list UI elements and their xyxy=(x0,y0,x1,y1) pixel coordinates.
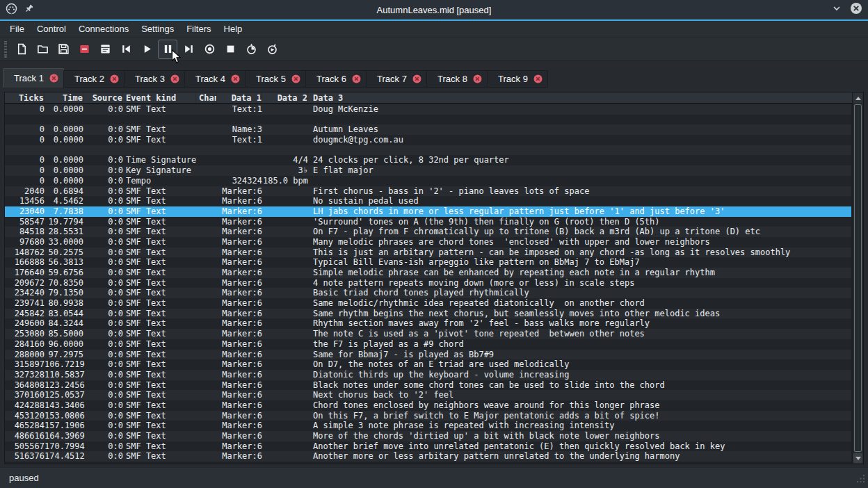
table-row[interactable]: 327328110.58370:0SMF TextMarker:6Diatoni… xyxy=(5,370,851,380)
table-row[interactable]: 24960084.32440:0SMF TextMarker:6Rhythm s… xyxy=(5,318,851,329)
column-header-time[interactable]: Time xyxy=(45,92,83,103)
save-file-button[interactable] xyxy=(54,40,73,59)
column-header-data-3[interactable]: Data 3 xyxy=(308,92,852,103)
table-row[interactable]: 453120153.08060:0SMF TextMarker:6On this… xyxy=(5,411,851,421)
remove-button[interactable] xyxy=(74,40,94,59)
tab-close-icon[interactable] xyxy=(352,74,361,83)
tab-close-icon[interactable] xyxy=(170,74,179,83)
tab-track-7[interactable]: Track 7 xyxy=(366,70,427,88)
cell-data2 xyxy=(262,268,308,278)
column-header-event-kind[interactable]: Event kind xyxy=(123,92,196,103)
vertical-scrollbar[interactable] xyxy=(852,92,863,464)
table-row[interactable]: 9768033.00000:0SMF TextMarker:6Many melo… xyxy=(5,237,851,247)
timer-play-button[interactable] xyxy=(262,40,282,59)
tab-track-1[interactable]: Track 1 xyxy=(3,68,64,88)
menu-control[interactable]: Control xyxy=(31,21,72,37)
pause-button[interactable] xyxy=(158,40,177,59)
record-button[interactable] xyxy=(200,40,219,59)
menu-filters[interactable]: Filters xyxy=(180,21,217,37)
table-row[interactable]: 364808123.24560:0SMF TextMarker:6Black n… xyxy=(5,380,851,391)
table-header[interactable]: TicksTimeSourceEvent kindChanData 1Data … xyxy=(5,92,852,104)
table-row[interactable]: 370160125.05370:0SMF TextMarker:6Next ch… xyxy=(5,390,851,400)
timer-button[interactable] xyxy=(241,40,261,59)
table-row[interactable]: 17664059.67560:0SMF TextMarker:6Simple m… xyxy=(5,268,851,278)
table-row[interactable]: 424288143.34060:0SMF TextMarker:6Chord t… xyxy=(5,400,851,411)
table-row[interactable]: 00.00000:0Tempo324324185.0 bpm xyxy=(5,176,851,186)
table-row[interactable]: 00.00000:0SMF TextText:1Doug McKenzie xyxy=(5,104,851,115)
tab-close-icon[interactable] xyxy=(291,74,300,83)
window-close-button[interactable] xyxy=(850,2,862,17)
tab-close-icon[interactable] xyxy=(110,74,119,83)
open-file-button[interactable] xyxy=(33,40,52,59)
tab-track-3[interactable]: Track 3 xyxy=(124,70,185,88)
tab-track-4[interactable]: Track 4 xyxy=(184,70,246,88)
column-header-ticks[interactable]: Ticks xyxy=(5,92,45,103)
tab-track-6[interactable]: Track 6 xyxy=(305,70,367,88)
table-row[interactable]: 315897106.72190:0SMF TextMarker:6On D7, … xyxy=(5,359,851,370)
scrollbar-up-icon[interactable] xyxy=(853,93,862,103)
cell-time: 7.7838 xyxy=(45,206,83,217)
table-row[interactable]: 230407.78380:0SMF TextMarker:6LH jabs ch… xyxy=(5,206,851,217)
table-row[interactable] xyxy=(5,115,851,125)
cell-chan xyxy=(196,298,217,309)
cell-ticks: 453120 xyxy=(5,411,45,421)
skip-backward-button[interactable] xyxy=(116,40,136,59)
table-row[interactable]: 23424079.13500:0SMF TextMarker:6Basic tr… xyxy=(5,288,851,298)
scrollbar-down-icon[interactable] xyxy=(853,453,862,463)
pin-icon[interactable] xyxy=(24,3,34,17)
cell-data2 xyxy=(262,288,308,298)
column-header-chan[interactable]: Chan xyxy=(196,92,217,103)
tab-close-icon[interactable] xyxy=(533,74,542,83)
chevron-down-icon[interactable] xyxy=(832,3,842,16)
tab-close-icon[interactable] xyxy=(473,74,482,83)
table-row[interactable]: 25308085.50000:0SMF TextMarker:6The note… xyxy=(5,329,851,339)
table-row[interactable]: 8451828.55310:0SMF TextMarker:6On F7 - p… xyxy=(5,227,851,237)
tab-close-icon[interactable] xyxy=(412,74,421,83)
column-header-data-1[interactable]: Data 1 xyxy=(217,92,262,103)
event-log-button[interactable] xyxy=(95,40,115,59)
table-row[interactable]: 5854719.77940:0SMF TextMarker:6'Surround… xyxy=(5,217,851,227)
stop-button[interactable] xyxy=(220,40,240,59)
table-row[interactable]: 28416096.00000:0SMF TextMarker:6the F7 i… xyxy=(5,339,851,350)
scrollbar-thumb[interactable] xyxy=(854,104,862,452)
table-row[interactable]: 00.00000:0Time Signature4/424 clocks per… xyxy=(5,155,851,165)
table-row[interactable]: 516376174.45120:0SMF TextMarker:6Another… xyxy=(5,451,851,462)
resize-grip-icon[interactable] xyxy=(857,475,865,485)
titlebar[interactable]: AutumnLeaves.mid [paused] xyxy=(0,0,868,19)
table-row[interactable]: 505567170.79940:0SMF TextMarker:6Another… xyxy=(5,441,851,452)
menu-connections[interactable]: Connections xyxy=(72,21,135,37)
tab-track-5[interactable]: Track 5 xyxy=(245,70,306,88)
cell-chan xyxy=(196,247,217,258)
table-row[interactable]: 20967270.83500:0SMF TextMarker:64 note p… xyxy=(5,278,851,288)
tab-track-9[interactable]: Track 9 xyxy=(487,70,548,88)
table-row[interactable]: 16688856.38130:0SMF TextMarker:6Typical … xyxy=(5,257,851,268)
column-header-data-2[interactable]: Data 2 xyxy=(262,92,308,103)
table-row[interactable]: 00.00000:0SMF TextName:3Autumn Leaves xyxy=(5,124,851,135)
table-row[interactable]: 24584283.05440:0SMF TextMarker:6Same rhy… xyxy=(5,309,851,319)
table-row[interactable]: 00.00000:0SMF TextText:1dougmck@tpg.com.… xyxy=(5,135,851,145)
skip-forward-button[interactable] xyxy=(179,40,198,59)
tab-close-icon[interactable] xyxy=(49,74,58,83)
toolbar-drag-handle-icon[interactable] xyxy=(4,41,7,58)
table-row[interactable]: 486616164.39690:0SMF TextMarker:6More of… xyxy=(5,431,851,441)
table-row[interactable]: 465284157.19060:0SMF TextMarker:6A simpl… xyxy=(5,421,851,431)
cell-time: 97.2975 xyxy=(45,350,83,360)
tab-track-2[interactable]: Track 2 xyxy=(63,70,124,88)
table-row[interactable]: 14876250.25750:0SMF TextMarker:6This is … xyxy=(5,247,851,258)
menu-settings[interactable]: Settings xyxy=(135,21,180,37)
menu-file[interactable]: File xyxy=(3,21,31,37)
table-row[interactable]: 23974180.99380:0SMF TextMarker:6Same mel… xyxy=(5,298,851,309)
play-button[interactable] xyxy=(137,40,156,59)
table-row[interactable]: 00.00000:0Key Signature3♭E flat major xyxy=(5,165,851,176)
tab-close-icon[interactable] xyxy=(231,74,240,83)
new-file-button[interactable] xyxy=(12,40,31,59)
tab-track-8[interactable]: Track 8 xyxy=(426,70,488,88)
cell-time: 125.0537 xyxy=(45,390,83,400)
column-header-source[interactable]: Source xyxy=(83,92,123,103)
cell-time: 0.0000 xyxy=(45,176,83,186)
table-row[interactable]: 134564.54620:0SMF TextMarker:6No sustain… xyxy=(5,196,851,206)
menu-help[interactable]: Help xyxy=(218,21,249,37)
table-row[interactable] xyxy=(5,145,851,156)
table-row[interactable]: 28800097.29750:0SMF TextMarker:6Same for… xyxy=(5,350,851,360)
table-row[interactable]: 20400.68940:0SMF TextMarker:6First choru… xyxy=(5,186,851,197)
